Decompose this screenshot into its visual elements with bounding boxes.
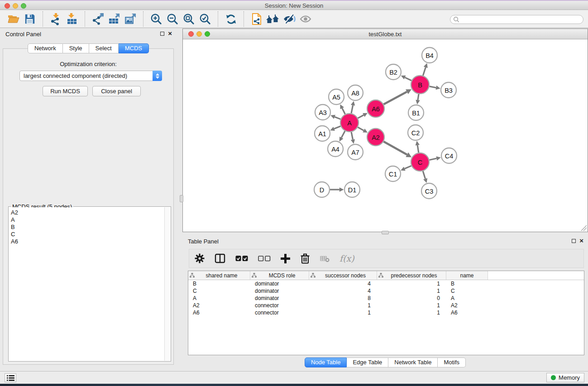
tab-motifs[interactable]: Motifs <box>438 357 466 367</box>
result-item[interactable]: C <box>9 231 164 238</box>
export-table-button[interactable] <box>106 11 122 27</box>
delete-column-button[interactable] <box>300 252 310 265</box>
resize-corner-icon[interactable] <box>581 225 587 231</box>
result-item[interactable]: A6 <box>9 238 164 245</box>
graph-node-label: C4 <box>445 152 454 160</box>
task-history-button[interactable] <box>5 373 16 382</box>
run-mcds-button[interactable]: Run MCDS <box>43 86 88 96</box>
float-panel-icon[interactable] <box>572 239 576 243</box>
edge-arrowhead-icon <box>351 139 355 143</box>
delete-table-button[interactable] <box>320 252 330 265</box>
import-table-button[interactable] <box>64 11 80 27</box>
result-item[interactable]: A <box>9 216 164 224</box>
graph-edge-B-B3[interactable] <box>430 86 436 88</box>
export-network-button[interactable] <box>90 11 106 27</box>
graph-node-label: A <box>347 119 352 127</box>
column-header-shared-name[interactable]: shared name <box>188 271 250 280</box>
search-field[interactable] <box>450 15 583 24</box>
tab-network[interactable]: Network <box>28 43 63 53</box>
table-cell: 1 <box>377 310 446 316</box>
first-neighbors-button[interactable] <box>265 11 281 27</box>
graph-edge-A6-B[interactable] <box>384 92 407 105</box>
graph-edge-A-A6[interactable] <box>358 115 364 118</box>
table-row[interactable]: A2connector11A2 <box>188 302 584 309</box>
graph-edge-B-B1[interactable] <box>418 94 419 100</box>
network-canvas[interactable]: B4B2BB3A5A8A6A3B1AA1C2A2A4A7C4CC1C3DD1 <box>183 39 588 232</box>
graph-edge-B-B4[interactable] <box>423 67 425 76</box>
column-header-mcds-role[interactable]: MCDS role <box>250 271 309 280</box>
column-view-button[interactable] <box>215 252 225 265</box>
table-cell: connector <box>250 302 309 309</box>
graph-edge-C-C2[interactable] <box>417 145 419 152</box>
function-builder-button[interactable]: f(x) <box>339 252 354 265</box>
table-row[interactable]: Cdominator41C <box>188 287 584 295</box>
table-row[interactable]: Bdominator41B <box>188 280 584 287</box>
memory-status-icon <box>551 375 556 380</box>
zoom-out-button[interactable] <box>164 11 181 27</box>
app-titlebar: Session: New Session <box>0 0 588 10</box>
graph-edge-B-B2[interactable] <box>405 77 411 81</box>
float-panel-icon[interactable] <box>160 32 164 36</box>
tab-edge-table[interactable]: Edge Table <box>347 357 388 367</box>
import-network-button[interactable] <box>48 11 64 27</box>
result-item[interactable]: A2 <box>9 209 164 216</box>
save-session-button[interactable] <box>22 11 38 27</box>
graph-edge-C-C3[interactable] <box>423 171 425 179</box>
zoom-in-button[interactable] <box>148 11 164 27</box>
close-panel-icon[interactable]: × <box>168 31 172 36</box>
memory-button[interactable]: Memory <box>546 373 584 382</box>
refresh-button[interactable] <box>223 11 239 27</box>
graph-edge-A-A1[interactable] <box>334 126 340 129</box>
close-panel-button[interactable]: Close panel <box>92 86 141 96</box>
graph-node-label: C3 <box>425 188 434 195</box>
column-header-successor-nodes[interactable]: successor nodes <box>309 271 377 280</box>
new-network-from-selection-button[interactable] <box>249 11 265 27</box>
graph-edge-A-A2[interactable] <box>358 127 363 130</box>
column-type-icon <box>311 273 316 278</box>
graph-edge-A-A3[interactable] <box>335 117 340 119</box>
table-cell: A <box>188 295 250 301</box>
result-item[interactable]: B <box>9 224 164 231</box>
export-image-button[interactable] <box>122 11 139 27</box>
close-panel-icon[interactable]: × <box>579 238 583 243</box>
tab-network-table[interactable]: Network Table <box>388 357 438 367</box>
table-cell: 0 <box>377 295 446 301</box>
hide-selected-button[interactable] <box>281 11 297 27</box>
show-all-button[interactable] <box>297 11 314 27</box>
result-list-scrollbar[interactable] <box>164 207 170 361</box>
delete-icon <box>300 253 310 264</box>
deselect-all-button[interactable] <box>258 252 271 265</box>
tab-select[interactable]: Select <box>89 43 119 53</box>
zoom-selected-button[interactable] <box>197 11 213 27</box>
column-header-name[interactable]: name <box>446 271 488 280</box>
splitter-grip-bottom[interactable] <box>382 231 389 234</box>
table-settings-button[interactable] <box>195 252 205 265</box>
tab-node-table[interactable]: Node Table <box>305 357 347 367</box>
graph-edge-A-A8[interactable] <box>351 105 353 114</box>
table-row[interactable]: A6connector11A6 <box>188 309 584 316</box>
splitter-grip-left[interactable] <box>180 195 183 202</box>
graph-edge-A-A4[interactable] <box>341 131 345 138</box>
zoom-fit-button[interactable] <box>181 11 197 27</box>
network-window-titlebar[interactable]: testGlobe.txt <box>183 29 588 39</box>
criterion-dropdown[interactable]: largest connected component (directed) <box>19 71 162 81</box>
column-header-predecessor-nodes[interactable]: predecessor nodes <box>377 271 446 280</box>
network-graph[interactable]: B4B2BB3A5A8A6A3B1AA1C2A2A4A7C4CC1C3DD1 <box>183 39 588 232</box>
graph-edge-A-A5[interactable] <box>342 108 345 114</box>
graph-node-label: B1 <box>412 110 420 117</box>
graph-node-label: D1 <box>348 186 357 194</box>
graph-edge-C-C4[interactable] <box>430 158 437 160</box>
open-file-button[interactable] <box>5 11 22 27</box>
select-all-button[interactable] <box>235 252 248 265</box>
table-row[interactable]: Adominator80A <box>188 295 584 302</box>
import-network-icon <box>49 13 62 25</box>
graph-edge-A-A7[interactable] <box>351 132 353 140</box>
search-input[interactable] <box>459 16 583 23</box>
add-column-button[interactable] <box>281 252 290 265</box>
graph-edge-C-C1[interactable] <box>405 166 411 168</box>
tab-style[interactable]: Style <box>63 43 89 53</box>
control-panel-tabs: NetworkStyleSelectMCDS <box>0 43 177 53</box>
tab-mcds[interactable]: MCDS <box>119 43 149 53</box>
import-table-icon <box>66 13 78 25</box>
graph-edge-A2-C[interactable] <box>383 142 407 155</box>
